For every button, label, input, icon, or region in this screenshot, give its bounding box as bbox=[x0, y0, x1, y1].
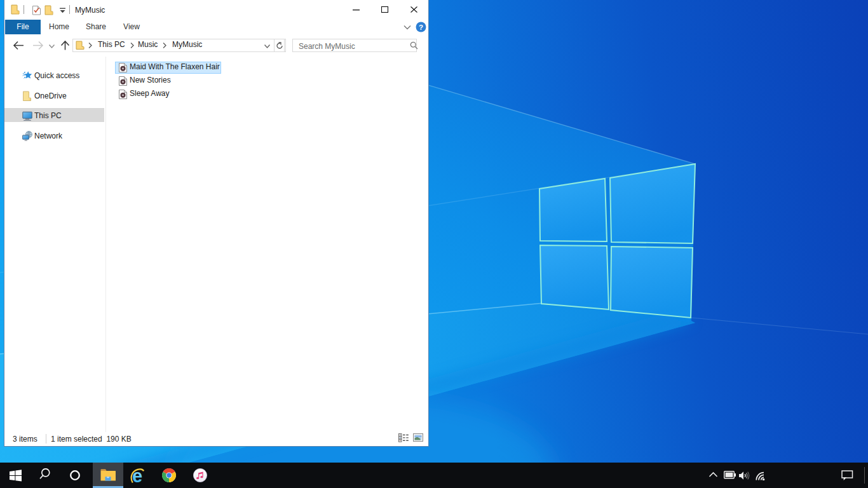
svg-text:?: ? bbox=[419, 24, 423, 31]
